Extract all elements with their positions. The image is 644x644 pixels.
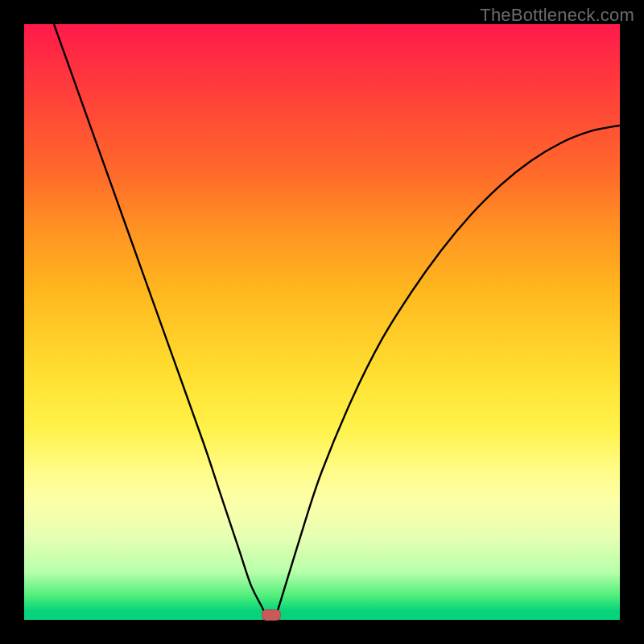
- bottleneck-curve: [24, 24, 620, 620]
- optimal-marker: [262, 609, 281, 621]
- chart-frame: TheBottleneck.com: [0, 0, 644, 644]
- watermark-text: TheBottleneck.com: [480, 5, 634, 26]
- plot-area: [24, 24, 620, 620]
- curve-path: [54, 24, 620, 621]
